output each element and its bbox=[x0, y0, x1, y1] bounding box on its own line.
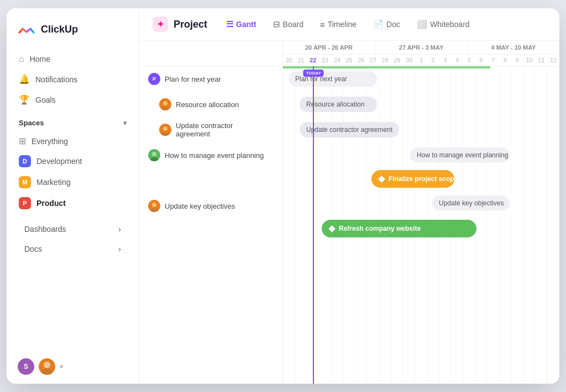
task-resource-label: Resource allocation bbox=[176, 100, 239, 109]
svg-point-1 bbox=[41, 368, 53, 375]
day-header-1: 1 bbox=[415, 55, 427, 66]
svg-point-5 bbox=[161, 132, 169, 136]
user2-avatar-image bbox=[39, 358, 55, 375]
logo: ClickUp bbox=[7, 8, 139, 49]
dashboards-label: Dashboards bbox=[24, 225, 66, 234]
website-diamond-icon bbox=[328, 225, 336, 232]
task-plan-label: Plan for next year bbox=[165, 75, 221, 83]
sidebar-item-everything-label: Everything bbox=[32, 137, 68, 146]
project-icon-symbol: ✦ bbox=[156, 18, 165, 30]
day-header-23: 23 bbox=[319, 55, 331, 66]
task-plan-avatar: P bbox=[148, 73, 160, 85]
docs-chevron-icon: › bbox=[118, 245, 121, 253]
app-name: ClickUp bbox=[41, 24, 78, 35]
sidebar-item-marketing[interactable]: M Marketing bbox=[12, 172, 133, 193]
tab-whiteboard[interactable]: ⬜ Whiteboard bbox=[410, 16, 476, 33]
task-row-resource: Resource allocation bbox=[139, 92, 282, 117]
bar-contractor-label: Update contractor agreement bbox=[306, 126, 392, 134]
day-header-11: 11 bbox=[535, 55, 547, 66]
grid-line-1 bbox=[295, 66, 307, 384]
tab-gantt[interactable]: ☰ Gantt bbox=[219, 16, 263, 33]
goals-icon: 🏆 bbox=[19, 94, 30, 105]
sidebar-item-goals[interactable]: 🏆 Goals bbox=[12, 89, 133, 110]
tab-board[interactable]: ⊟ Board bbox=[266, 16, 310, 33]
day-header-25: 25 bbox=[343, 55, 355, 66]
bar-resource: Resource allocation bbox=[300, 97, 377, 112]
grid-line-0 bbox=[283, 66, 295, 384]
day-header-3: 3 bbox=[439, 55, 452, 66]
sidebar-item-product-label: Product bbox=[36, 199, 66, 208]
gantt-header-spacer bbox=[139, 41, 283, 66]
timeline-tab-icon: ≡ bbox=[320, 20, 325, 29]
doc-tab-label: Doc bbox=[386, 20, 400, 29]
dashboards-section[interactable]: Dashboards › bbox=[12, 219, 133, 239]
task-objectives-label: Update key objectives bbox=[165, 202, 235, 210]
spaces-nav: ⊞ Everything D Development M Marketing P… bbox=[7, 131, 139, 214]
day-header-4: 4 bbox=[451, 55, 463, 66]
grid-line-18 bbox=[499, 66, 511, 384]
day-header-24: 24 bbox=[331, 55, 343, 66]
everything-icon: ⊞ bbox=[19, 136, 26, 146]
tab-timeline[interactable]: ≡ Timeline bbox=[313, 17, 363, 33]
task-event-avatar bbox=[148, 149, 160, 161]
task-objectives-avatar bbox=[148, 200, 160, 212]
task-row-plan: P Plan for next year bbox=[139, 66, 282, 92]
bar-website-label: Refresh company website bbox=[339, 225, 421, 232]
today-badge: TODAY bbox=[303, 70, 324, 77]
bar-website: Refresh company website bbox=[322, 220, 476, 237]
product-badge: P bbox=[19, 197, 31, 209]
sidebar-item-development[interactable]: D Development bbox=[12, 151, 133, 172]
day-header-7: 7 bbox=[487, 55, 499, 66]
bar-resource-label: Resource allocation bbox=[306, 100, 364, 108]
day-header-27: 27 bbox=[367, 55, 379, 66]
main-nav: ⌂ Home 🔔 Notifications 🏆 Goals bbox=[7, 49, 139, 110]
sidebar-item-notifications[interactable]: 🔔 Notifications bbox=[12, 69, 133, 89]
day-header-10: 10 bbox=[523, 55, 536, 66]
home-icon: ⌂ bbox=[19, 54, 24, 64]
week-label-2: 4 MAY - 10 MAY bbox=[467, 41, 559, 54]
grid-line-22 bbox=[547, 66, 559, 384]
gantt-tab-icon: ☰ bbox=[226, 19, 233, 29]
task-row-contractor: Update contractor agreement bbox=[139, 117, 282, 142]
board-tab-label: Board bbox=[283, 20, 303, 29]
docs-section[interactable]: Docs › bbox=[12, 239, 133, 259]
whiteboard-tab-icon: ⬜ bbox=[417, 19, 427, 29]
spaces-label: Spaces bbox=[19, 119, 44, 127]
doc-tab-icon: 📄 bbox=[373, 19, 384, 29]
gantt-body: P Plan for next year Resource allocation bbox=[139, 66, 559, 384]
sidebar-item-everything[interactable]: ⊞ Everything bbox=[12, 131, 133, 151]
sidebar-item-product[interactable]: P Product bbox=[12, 193, 133, 214]
svg-point-9 bbox=[150, 208, 158, 212]
task-labels-col: P Plan for next year Resource allocation bbox=[139, 66, 283, 384]
whiteboard-tab-label: Whiteboard bbox=[430, 20, 470, 29]
day-header-29: 29 bbox=[391, 55, 403, 66]
sidebar-item-development-label: Development bbox=[36, 157, 82, 166]
task-resource-avatar bbox=[159, 98, 171, 110]
gantt-grid-area: TODAY Plan for next year Resource alloca… bbox=[283, 66, 559, 384]
bar-scope: Finalize project scope bbox=[371, 170, 454, 188]
user-chevron-icon: ▾ bbox=[60, 363, 63, 370]
sidebar-item-marketing-label: Marketing bbox=[36, 178, 70, 187]
day-header-2: 2 bbox=[427, 55, 439, 66]
day-header-26: 26 bbox=[355, 55, 367, 66]
marketing-badge: M bbox=[19, 176, 31, 188]
grid-line-19 bbox=[511, 66, 523, 384]
svg-point-2 bbox=[163, 101, 167, 105]
gantt-tab-label: Gantt bbox=[236, 20, 256, 29]
svg-point-3 bbox=[161, 107, 169, 110]
board-tab-icon: ⊟ bbox=[273, 19, 280, 29]
grid-line-17 bbox=[487, 66, 499, 384]
svg-point-7 bbox=[150, 157, 158, 161]
development-badge: D bbox=[19, 155, 31, 167]
grid-line-16 bbox=[475, 66, 488, 384]
sidebar-item-home[interactable]: ⌂ Home bbox=[12, 49, 133, 69]
user1-avatar[interactable]: S bbox=[18, 358, 34, 375]
day-headers-row: 2021222324252627282930123456789101112 bbox=[283, 55, 559, 66]
bar-event-label: How to manage event planning bbox=[417, 151, 508, 159]
main-content: ✦ Project ☰ Gantt ⊟ Board ≡ Timeline 📄 D… bbox=[139, 8, 559, 384]
day-header-12: 12 bbox=[547, 55, 559, 66]
user2-avatar[interactable] bbox=[39, 358, 55, 375]
tab-doc[interactable]: 📄 Doc bbox=[366, 16, 407, 33]
bar-plan: Plan for next year bbox=[289, 71, 377, 87]
spaces-chevron-icon: ▾ bbox=[123, 119, 127, 127]
